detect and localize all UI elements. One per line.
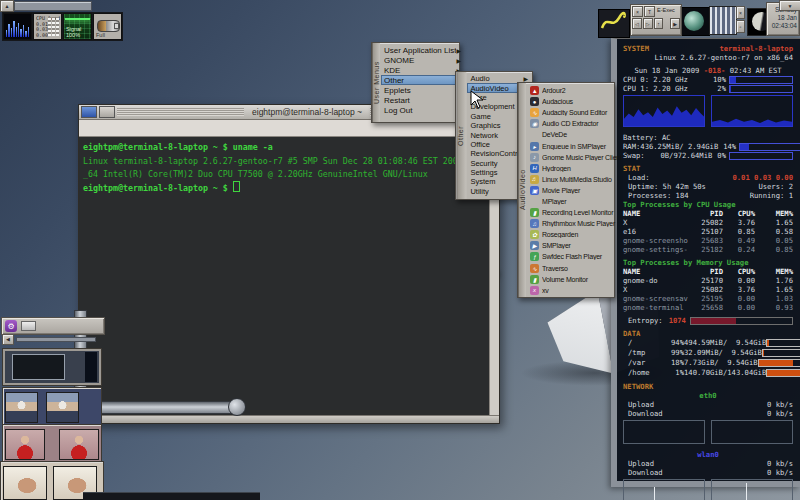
hostname: terminal-8-laptop [719, 44, 793, 53]
cpu-table-header: NAMEPID CPU%MEM% [623, 209, 793, 218]
yellow-logo-dockapp[interactable] [598, 9, 630, 38]
ram-row: RAM: 436.25MiB/ 2.94GiB 14% [623, 142, 793, 151]
menu-title-strip[interactable]: AudioVideo [518, 83, 526, 297]
window-iconify-button[interactable] [99, 106, 115, 118]
titlebar-ridge [117, 108, 244, 116]
menu-item[interactable]: Log Out ▶ [381, 105, 464, 115]
spectrum-monitor-dockapp[interactable] [3, 13, 32, 40]
terminal-content[interactable]: eightpm@terminal-8-laptop ~ $ uname -aLi… [79, 137, 489, 415]
yellow-squiggle-icon [599, 10, 627, 35]
image-thumbnail[interactable] [3, 466, 47, 500]
app-icon: ▮ [530, 208, 539, 217]
image-thumbnail[interactable] [59, 429, 99, 460]
mem-table-header: NAMEPID CPU%MEM% [623, 267, 793, 276]
terminal-line: _64 Intel(R) Core(TM)2 Duo CPU T7500 @ 2… [83, 167, 485, 181]
pager-panel-mini[interactable] [85, 352, 97, 381]
os-version: Linux 2.6.27-gentoo-r7 on x86_64 [623, 53, 793, 62]
close-icon[interactable]: × [736, 6, 745, 19]
cpu-load-dockapp[interactable]: CPU load 0.01 0.03 0.00 [33, 13, 62, 40]
filesystem-bar [766, 339, 800, 347]
menu-item[interactable]: ▸ Enqueue in SMPlayer [527, 140, 625, 151]
run-icon[interactable]: ▶ [670, 18, 680, 29]
menu-item[interactable]: Epplets ▶ [381, 85, 464, 95]
submenu-arrow-icon: ▶ [456, 47, 461, 54]
menu-item[interactable]: ▲ Ardour2 [527, 85, 625, 96]
cpu0-graph [623, 95, 705, 127]
battery-tip [114, 23, 119, 29]
menu-item[interactable]: ✿ Rosegarden [527, 229, 625, 240]
image-thumbnail[interactable] [5, 392, 38, 423]
menu-item[interactable]: DeVeDe [527, 129, 625, 140]
app-icon: ♪ [530, 153, 539, 162]
menu-item[interactable]: H Hydrogen [527, 163, 625, 174]
menu-item[interactable]: Restart ▶ [381, 95, 464, 105]
close-icon[interactable]: × [632, 6, 643, 17]
menu-item[interactable]: ▮ Volume Monitor [527, 274, 625, 285]
menu-item[interactable]: ◉ Audio CD Extractor [527, 118, 625, 129]
image-thumbnail[interactable] [46, 392, 79, 423]
terminal-cursor [233, 181, 240, 192]
scope-trace [65, 18, 90, 20]
cpu-history-graphs [623, 95, 793, 127]
menu-item[interactable]: ƒ Swfdec Flash Player [527, 251, 625, 262]
image-thumbnail[interactable] [5, 429, 45, 460]
gear-icon[interactable]: ⚙ [5, 320, 17, 332]
battery-label: Full [96, 32, 105, 38]
stripes-dockapp[interactable] [709, 6, 737, 35]
title-toggle-button[interactable]: T [644, 6, 655, 17]
menu-item[interactable]: KDE ▶ [381, 65, 464, 75]
next-icon[interactable]: ▷ [643, 18, 653, 29]
menu-item[interactable]: ∿ Audacity Sound Editor [527, 107, 625, 118]
slideout-pipe-horizontal[interactable] [88, 401, 232, 414]
battery-dockapp[interactable]: Full [93, 13, 122, 40]
menu-title-strip[interactable]: Other [456, 72, 466, 199]
desktop-drag-tab[interactable]: ▼ [779, 0, 800, 11]
filesystem-row: /var 18% 7.73GiB/ 9.54GiB [623, 358, 793, 368]
menu-item[interactable]: Other ▶ [381, 75, 464, 85]
slideout-pipe-cap[interactable] [228, 398, 246, 416]
prev-icon[interactable]: ◁ [632, 18, 642, 29]
process-row: gnome-screensav25195 0.001.03 [623, 294, 793, 303]
load-row: Load: 0.01 0.03 0.00 [623, 173, 793, 182]
process-row: gnome-settings-25182 0.240.85 [623, 245, 793, 254]
menu-item[interactable]: MPlayer [527, 196, 625, 207]
shaded-window-bar[interactable]: ▲ [0, 0, 92, 10]
iconbox-bottom-strip[interactable] [83, 492, 260, 500]
scroll-left-icon[interactable]: ◀ [2, 334, 14, 345]
menu-item[interactable]: ● Audacious [527, 96, 625, 107]
menu-item[interactable]: ▣ Movie Player [527, 185, 625, 196]
window-bottom-border[interactable] [79, 415, 499, 423]
menu-item[interactable]: ▶ SMPlayer [527, 240, 625, 251]
menu-item[interactable]: User Application List ▶ [381, 45, 464, 55]
menu-item[interactable]: GNOME ▶ [381, 55, 464, 65]
window-menu-button[interactable] [81, 106, 97, 118]
menu-item[interactable]: x xv [527, 285, 625, 296]
menu-item[interactable]: ∿ Traverso [527, 263, 625, 274]
earth-globe-dockapp[interactable] [679, 7, 710, 36]
settings-bar[interactable]: ⚙ [1, 317, 105, 335]
shaded-window-groove[interactable] [14, 1, 92, 11]
up-icon[interactable]: ↑ [654, 18, 664, 29]
menu-title-strip[interactable]: User Menus [372, 43, 380, 122]
cpu-usage-bar [729, 85, 793, 93]
e-exec-title: E-Exec [657, 6, 675, 17]
menu-item[interactable]: ▮ Recording Level Monitor [527, 207, 625, 218]
interface-name-wlan0: wlan0 [623, 450, 793, 459]
pager-terminal-mini[interactable] [12, 354, 66, 380]
tray-icon[interactable] [21, 321, 36, 331]
menu-item[interactable]: ♪ Gnome Music Player Client [527, 152, 625, 163]
desktop-pager[interactable] [3, 349, 101, 385]
menu-item[interactable]: ♬ Linux MultiMedia Studio [527, 174, 625, 185]
app-icon: H [530, 164, 539, 173]
app-icon [530, 197, 539, 206]
swap-bar [729, 152, 793, 160]
minimize-icon[interactable]: ▫ [736, 20, 745, 33]
scroll-track[interactable] [16, 337, 96, 342]
app-icon: ♬ [530, 175, 539, 184]
signal-scope-dockapp[interactable]: Signal 100% [63, 13, 92, 40]
terminal-line: eightpm@terminal-8-laptop ~ $ uname -a [83, 140, 485, 154]
unshade-arrow-icon[interactable]: ▲ [0, 0, 14, 12]
iconbox-scroll-bar: ◀ [2, 334, 96, 344]
menu-item[interactable]: ♫ Rhythmbox Music Player [527, 218, 625, 229]
section-network: NETWORK [623, 382, 793, 391]
